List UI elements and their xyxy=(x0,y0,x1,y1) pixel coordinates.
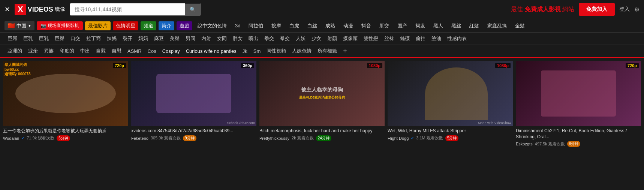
nav-baisi[interactable]: 白丝 xyxy=(304,21,320,30)
tag-gay-video[interactable]: 同性視頻 xyxy=(264,46,289,55)
duration-2: 9分钟 xyxy=(183,135,196,141)
signup-button[interactable]: 免費加入 xyxy=(579,3,615,16)
nav-redhead[interactable]: 紅髮 xyxy=(466,21,482,30)
video-meta-3: Prettythickpussy 2k 观看次数 24分钟 xyxy=(259,135,385,141)
views-5: 497.5k 观看次数 xyxy=(535,141,565,147)
tag-masturbate2[interactable]: 自慰 xyxy=(109,46,124,55)
video-thumb-4[interactable]: 1080p Made with VideoShow xyxy=(388,61,513,126)
nav-anal[interactable]: 肛交 xyxy=(376,21,392,30)
video-meta-2: Feketeno 305.9k 观看次数 9分钟 xyxy=(131,135,256,141)
cat-stockings2[interactable]: 絲襪 xyxy=(397,34,413,43)
search-input[interactable] xyxy=(70,3,185,15)
video-title-1: 五一你老公加班的后果就是你老婆被人玩弄无套抽插 xyxy=(3,128,128,134)
video-card-2[interactable]: 360p SchoolGirlsJP.com xvideos.com 84754… xyxy=(130,61,258,147)
cat-blowjob[interactable]: 口交 xyxy=(67,34,83,43)
tag-amateur[interactable]: 业余 xyxy=(25,46,41,55)
cat-latin[interactable]: 拉丁裔 xyxy=(83,34,104,43)
tag-masturbate1[interactable]: 自慰 xyxy=(93,46,109,55)
cat-shemale[interactable]: 人妖 xyxy=(293,34,309,43)
nav-profile[interactable]: 简介 xyxy=(159,21,174,30)
nav-baihu[interactable]: 白虎 xyxy=(286,21,302,30)
video-card-5[interactable]: 720p Diminishment Ch2Pt1, Re-Cut, Boob E… xyxy=(514,61,643,147)
nav-anime[interactable]: 动漫 xyxy=(340,21,356,30)
nav-domestic[interactable]: 国产 xyxy=(394,21,410,30)
nav-brunette[interactable]: 褐发 xyxy=(412,21,428,30)
video-card-1[interactable]: 720p 华人圈城约炮bw60.cc邀请码: 000078 五一你老公加班的后果… xyxy=(1,61,130,147)
cat-lingerie[interactable]: 性感内衣 xyxy=(444,34,470,43)
cat-voyeur[interactable]: 偷拍 xyxy=(413,34,428,43)
tag-sm[interactable]: Sm xyxy=(250,47,264,55)
live-cam-button[interactable]: 📷 现场直播摄影机 xyxy=(37,21,83,30)
cat-oilmassage[interactable]: 塗油 xyxy=(428,34,444,43)
settings-icon[interactable]: ⚙ xyxy=(634,6,640,13)
tag-indian[interactable]: 印度的 xyxy=(57,46,77,55)
cat-creampie[interactable]: 裂开 xyxy=(120,34,135,43)
cat-stockings[interactable]: 丝袜 xyxy=(381,34,397,43)
video-card-3[interactable]: 1080p 被主人临幸的母狗最给VLD5意外消遣老公的母狗 Bitch meta… xyxy=(258,61,386,147)
video-title-5: Diminishment Ch2Pt1, Re-Cut, Boob Editio… xyxy=(516,128,641,140)
nav-blonde[interactable]: 金髮 xyxy=(512,21,528,30)
tag-shemale-porn[interactable]: 人妖色情 xyxy=(289,46,315,55)
cat-creampie2[interactable]: 内射 xyxy=(198,34,214,43)
video-thumb-2[interactable]: 360p SchoolGirlsJP.com xyxy=(131,61,256,126)
nav-best-videos[interactable]: 最佳影片 xyxy=(85,21,111,30)
cat-mom[interactable]: 妈妈 xyxy=(135,34,151,43)
tag-cos[interactable]: Cos xyxy=(145,47,159,55)
tag-asian[interactable]: 亞洲的 xyxy=(4,46,25,55)
tag-cosplay[interactable]: Cosplay xyxy=(159,47,183,55)
cat-bi[interactable]: 雙性戀 xyxy=(361,34,381,43)
search-button[interactable]: 🔍 xyxy=(185,4,201,15)
nav-mature[interactable]: 成熟 xyxy=(322,21,338,30)
tag-asmr[interactable]: ASMR xyxy=(124,47,145,55)
login-link[interactable]: 登入 xyxy=(619,6,630,13)
tag-interracial[interactable]: 異族 xyxy=(41,46,57,55)
cat-bigboobs[interactable]: 巨乳 xyxy=(20,34,36,43)
cat-lesbian[interactable]: 女同 xyxy=(214,34,230,43)
nav-pornstars[interactable]: 色情明星 xyxy=(113,21,138,30)
cat-milf[interactable]: 辣妈 xyxy=(104,34,120,43)
nav-arabic[interactable]: 阿拉伯 xyxy=(246,21,266,30)
cat-bigboobs2[interactable]: 巨乳 xyxy=(36,34,52,43)
cat-niceass[interactable]: 美臀 xyxy=(167,34,183,43)
cat-bigass[interactable]: 巨臀 xyxy=(52,34,67,43)
nav-massage[interactable]: 按摩 xyxy=(268,21,284,30)
channel-1[interactable]: Wudalan xyxy=(3,136,19,141)
tag-curious-wife[interactable]: Curious wife no panties xyxy=(183,47,240,55)
cat-gay[interactable]: 男同 xyxy=(183,34,198,43)
nav-blackstockings[interactable]: 黑丝 xyxy=(448,21,464,30)
cat-chubby[interactable]: 胖女 xyxy=(230,34,246,43)
nav-3d[interactable]: 3d xyxy=(232,22,243,30)
channel-4[interactable]: Flight Dogg xyxy=(388,136,409,141)
nav-black[interactable]: 黑人 xyxy=(430,21,446,30)
tag-jk[interactable]: Jk xyxy=(240,47,250,55)
add-tags-button[interactable]: + xyxy=(340,47,350,55)
cat-teen[interactable]: 少女 xyxy=(309,34,324,43)
cat-fisting[interactable]: 拳交 xyxy=(261,34,277,43)
quality-badge-1: 720p xyxy=(113,63,126,68)
nav-family[interactable]: 家庭乱搞 xyxy=(484,21,510,30)
video-thumb-1[interactable]: 720p 华人圈城约炮bw60.cc邀请码: 000078 xyxy=(3,61,128,126)
nav-games[interactable]: 遊戲 xyxy=(177,21,192,30)
cat-bigcock[interactable]: 巨屌 xyxy=(4,34,20,43)
region-selector[interactable]: 🇨🇳 中国 ▼ xyxy=(4,21,34,30)
cat-facial[interactable]: 射顏 xyxy=(324,34,340,43)
video-card-4[interactable]: 1080p Made with VideoShow Wet, Wild, Hor… xyxy=(386,61,514,147)
duration-4: 5分钟 xyxy=(445,135,459,141)
tag-all-tags[interactable]: 所有標籤 xyxy=(315,46,340,55)
logo[interactable]: X VIDEOS 镜像 xyxy=(15,4,65,15)
channel-2[interactable]: Feketeno xyxy=(131,136,148,141)
nav-chinese-porn[interactable]: 說中文的色情 xyxy=(195,21,230,30)
video-thumb-3[interactable]: 1080p 被主人临幸的母狗最给VLD5意外消遣老公的母狗 xyxy=(259,61,385,126)
cat-webcam[interactable]: 摄像頭 xyxy=(340,34,361,43)
tag-creampie[interactable]: 中出 xyxy=(77,46,93,55)
nav-channels[interactable]: 频道 xyxy=(141,21,156,30)
nav-douyin[interactable]: 抖音 xyxy=(358,21,374,30)
channel-5[interactable]: Eskozgts xyxy=(516,142,533,146)
close-button[interactable]: ✕ xyxy=(4,5,10,13)
cat-madou[interactable]: 麻豆 xyxy=(151,34,167,43)
channel-3[interactable]: Prettythickpussy xyxy=(259,136,289,141)
cat-squirt[interactable]: 喷出 xyxy=(246,34,261,43)
video-title-4: Wet, Wild, Horny MILFS attack Stripper xyxy=(388,128,513,134)
video-thumb-5[interactable]: 720p xyxy=(516,61,641,126)
cat-orgy[interactable]: 羣交 xyxy=(277,34,293,43)
